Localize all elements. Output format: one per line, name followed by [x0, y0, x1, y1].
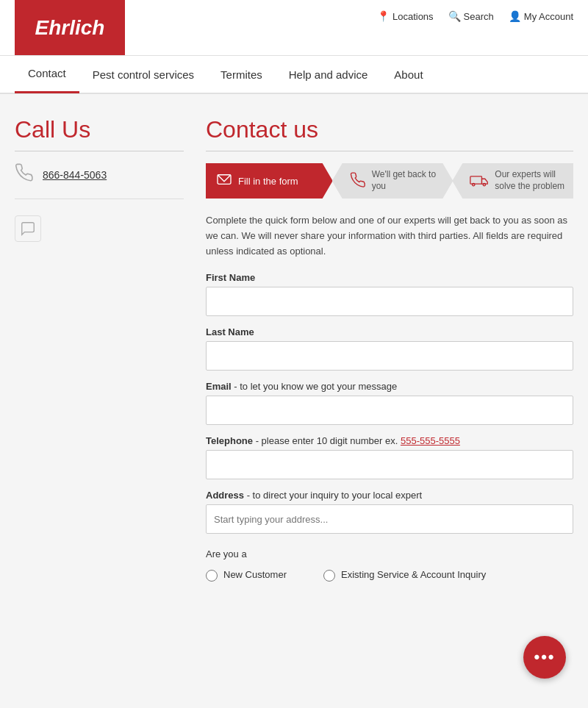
last-name-input[interactable]: [206, 341, 573, 371]
telephone-group: Telephone - please enter 10 digit number…: [206, 435, 573, 479]
email-label: Email - to let you know we got your mess…: [206, 381, 573, 392]
first-name-label: First Name: [206, 272, 573, 283]
phone-row: 866-844-5063: [15, 163, 184, 199]
step-2: We'll get back to you: [332, 163, 453, 199]
radio-group: Are you a New Customer Existing Service …: [206, 548, 573, 582]
logo[interactable]: Ehrlich: [15, 0, 125, 55]
address-input[interactable]: [206, 504, 573, 534]
user-icon: 👤: [509, 10, 521, 22]
chat-bubble[interactable]: •••: [523, 636, 566, 679]
contact-title: Contact us: [206, 116, 573, 143]
phone-icon: [15, 163, 34, 187]
truck-icon: [470, 174, 489, 189]
address-label: Address - to direct your inquiry to your…: [206, 490, 573, 501]
nav-item-about[interactable]: About: [381, 55, 436, 93]
nav-item-pest-control[interactable]: Pest control services: [79, 55, 207, 93]
svg-point-3: [484, 183, 486, 185]
my-account-link[interactable]: 👤 My Account: [509, 10, 573, 22]
chat-row[interactable]: [15, 208, 184, 249]
email-group: Email - to let you know we got your mess…: [206, 381, 573, 425]
svg-rect-1: [470, 176, 482, 183]
radio-new-customer-input[interactable]: [206, 570, 218, 582]
step-2-label: We'll get back to you: [372, 169, 446, 192]
address-group: Address - to direct your inquiry to your…: [206, 490, 573, 534]
search-icon: 🔍: [448, 10, 461, 22]
svg-point-2: [473, 183, 475, 185]
step-1-active: Fill in the form: [206, 163, 333, 199]
radio-group-label: Are you a: [206, 548, 573, 559]
contact-section: Contact us Fill in the form: [206, 116, 573, 597]
telephone-example[interactable]: 555-555-5555: [401, 435, 460, 446]
phone-number[interactable]: 866-844-5063: [43, 169, 107, 181]
first-name-input[interactable]: [206, 287, 573, 316]
call-us-title: Call Us: [15, 116, 184, 143]
sidebar-divider: [15, 151, 184, 151]
search-link[interactable]: 🔍 Search: [448, 10, 494, 22]
envelope-icon: [216, 173, 232, 190]
radio-existing-customer[interactable]: Existing Service & Account Inquiry: [323, 568, 486, 582]
form-description: Complete the quick form below and one of…: [206, 213, 573, 259]
nav-item-help[interactable]: Help and advice: [276, 55, 381, 93]
telephone-input[interactable]: [206, 450, 573, 479]
telephone-label: Telephone - please enter 10 digit number…: [206, 435, 573, 446]
nav-bar: Contact Pest control services Termites H…: [0, 56, 588, 94]
chat-icon: [15, 215, 41, 242]
sidebar: Call Us 866-844-5063: [15, 116, 184, 597]
step-3-label: Our experts will solve the problem: [495, 169, 566, 192]
chat-dots-icon: •••: [534, 649, 555, 665]
callback-icon: [350, 172, 366, 190]
location-icon: 📍: [377, 10, 390, 22]
steps-bar: Fill in the form We'll get back to you: [206, 163, 573, 199]
locations-link[interactable]: 📍 Locations: [377, 10, 434, 22]
first-name-group: First Name: [206, 272, 573, 316]
nav-item-contact[interactable]: Contact: [15, 55, 79, 93]
radio-new-customer[interactable]: New Customer: [206, 568, 287, 582]
last-name-group: Last Name: [206, 326, 573, 371]
contact-divider: [206, 151, 573, 151]
step-1-label: Fill in the form: [238, 176, 298, 187]
logo-text: Ehrlich: [35, 16, 105, 40]
step-3: Our experts will solve the problem: [452, 163, 573, 199]
last-name-label: Last Name: [206, 326, 573, 337]
radio-existing-customer-input[interactable]: [323, 570, 335, 582]
email-input[interactable]: [206, 396, 573, 425]
nav-item-termites[interactable]: Termites: [207, 55, 276, 93]
